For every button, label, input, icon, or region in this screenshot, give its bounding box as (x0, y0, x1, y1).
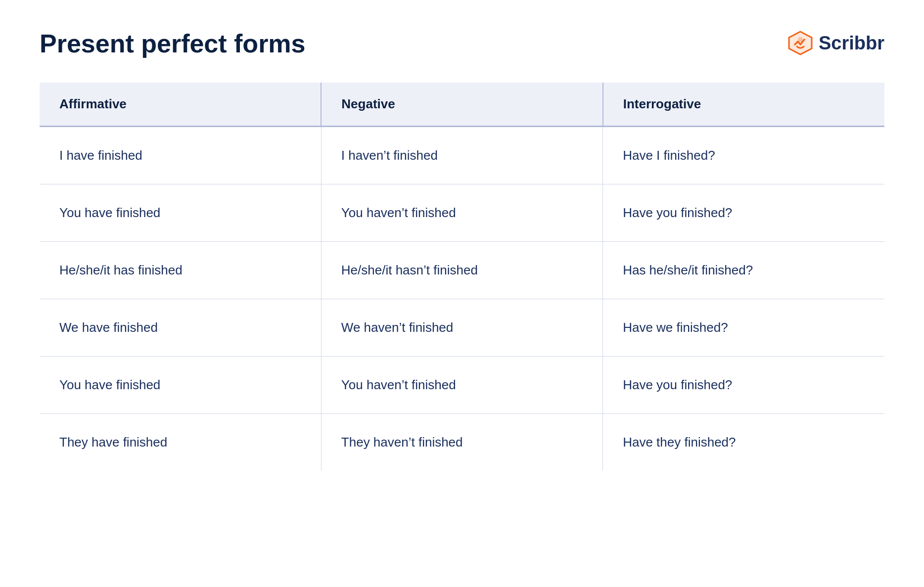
cell-negative-0: I haven’t finished (321, 127, 602, 184)
col-header-negative: Negative (321, 83, 602, 127)
cell-affirmative-0: I have finished (40, 127, 321, 184)
table-row: You have finishedYou haven’t finishedHav… (40, 184, 884, 242)
cell-negative-4: You haven’t finished (321, 357, 602, 414)
cell-affirmative-4: You have finished (40, 357, 321, 414)
page-header: Present perfect forms Scribbr (40, 30, 884, 58)
table-row: They have finishedThey haven’t finishedH… (40, 414, 884, 471)
brand-name: Scribbr (819, 33, 884, 54)
brand-logo-area: Scribbr (787, 30, 884, 56)
cell-interrogative-5: Have they finished? (603, 414, 884, 471)
table-row: We have finishedWe haven’t finishedHave … (40, 299, 884, 357)
page-title: Present perfect forms (40, 30, 306, 58)
table-body: I have finishedI haven’t finishedHave I … (40, 127, 884, 471)
cell-interrogative-2: Has he/she/it finished? (603, 242, 884, 299)
table-row: I have finishedI haven’t finishedHave I … (40, 127, 884, 184)
table-header-row: Affirmative Negative Interrogative (40, 83, 884, 127)
cell-affirmative-3: We have finished (40, 299, 321, 357)
col-header-interrogative: Interrogative (603, 83, 884, 127)
cell-interrogative-3: Have we finished? (603, 299, 884, 357)
grammar-table-container: Affirmative Negative Interrogative I hav… (40, 83, 884, 471)
scribbr-logo-icon (787, 30, 814, 56)
cell-negative-1: You haven’t finished (321, 184, 602, 242)
svg-point-2 (798, 37, 803, 42)
cell-affirmative-5: They have finished (40, 414, 321, 471)
col-header-affirmative: Affirmative (40, 83, 321, 127)
cell-interrogative-1: Have you finished? (603, 184, 884, 242)
cell-negative-3: We haven’t finished (321, 299, 602, 357)
cell-affirmative-2: He/she/it has finished (40, 242, 321, 299)
cell-interrogative-4: Have you finished? (603, 357, 884, 414)
grammar-table: Affirmative Negative Interrogative I hav… (40, 83, 884, 471)
cell-negative-2: He/she/it hasn’t finished (321, 242, 602, 299)
cell-affirmative-1: You have finished (40, 184, 321, 242)
cell-negative-5: They haven’t finished (321, 414, 602, 471)
cell-interrogative-0: Have I finished? (603, 127, 884, 184)
table-row: You have finishedYou haven’t finishedHav… (40, 357, 884, 414)
table-row: He/she/it has finishedHe/she/it hasn’t f… (40, 242, 884, 299)
